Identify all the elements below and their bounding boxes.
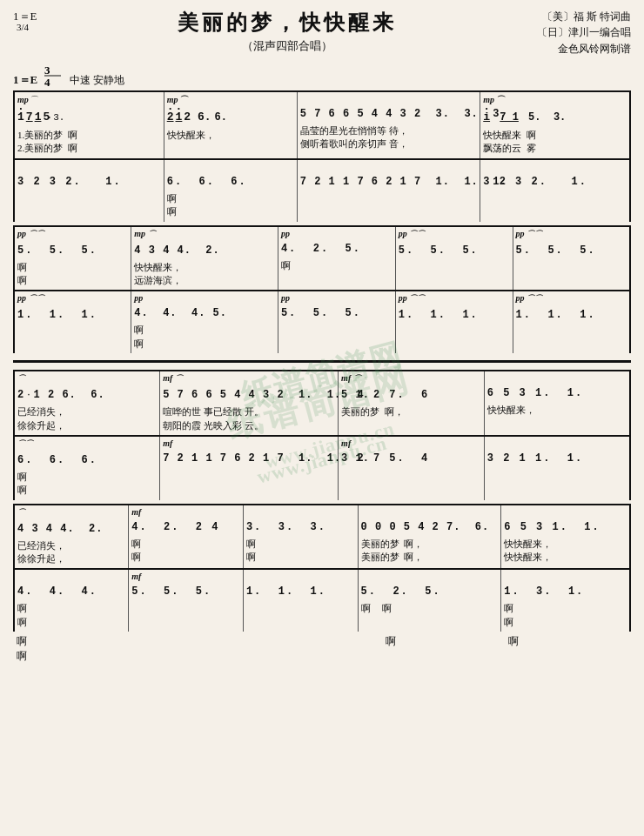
notes-m12b: 3 2 7 5. 4 bbox=[341, 448, 481, 469]
source-line3: 金色风铃网制谱 bbox=[537, 41, 631, 57]
m14-s1: ⌒ 4 3 4 4. 2. 已经消失，徐徐升起， bbox=[14, 505, 129, 569]
notes-m2: 2 1 2 6. 6. bbox=[167, 106, 294, 129]
lyrics-m1b bbox=[17, 192, 161, 205]
notes-m11: 5 7 6 6 5 4 4 3 2 1. 1. 1. bbox=[163, 385, 335, 405]
m2-s1: mp ⌒ 2 1 2 6. 6. 快快醒来， bbox=[164, 91, 297, 158]
notes-m9: 5. 5. 5. bbox=[516, 240, 627, 261]
lyrics-m11b bbox=[163, 469, 335, 482]
notes-m17: 0 0 0 5 4 2 7. 6. bbox=[361, 517, 499, 538]
system1-part2: 3 2 3 2. 1. 6. 6. 6. 啊啊 7 2 1 1 7 6 2 1 … bbox=[13, 158, 631, 222]
dyn-pp8: pp ⌒⌒ bbox=[399, 293, 510, 304]
notes-m10b: 6. 6. 6. bbox=[17, 450, 157, 471]
m5-s1: pp ⌒⌒ 5. 5. 5. 啊啊 bbox=[14, 226, 131, 291]
note-7: 7 bbox=[26, 106, 33, 129]
lyrics-m10b: 啊啊 bbox=[17, 471, 157, 498]
dyn-empty13 bbox=[487, 373, 627, 383]
dyn-mp: mp ⌒ bbox=[17, 94, 161, 106]
system3-part2: ⌒⌒ 6. 6. 6. 啊啊 mf 7 2 1 1 7 6 2 1 7 1. 1… bbox=[13, 435, 631, 500]
lyrics-m16: 啊啊 bbox=[246, 538, 355, 565]
m13-s2: 3 2 1 1. 1. bbox=[484, 436, 630, 500]
m18-s1: 6 5 3 1. 1. 快快醒来，快快醒来， bbox=[501, 505, 630, 569]
notes-m14: 4 3 4 4. 2. bbox=[17, 518, 125, 539]
dyn-pp5: pp ⌒⌒ bbox=[17, 293, 128, 304]
n-71: 7 1 bbox=[500, 107, 519, 128]
n-6: 6. bbox=[215, 107, 227, 128]
lyrics-m6: 快快醒来，远游海滨， bbox=[134, 261, 275, 288]
dyn-mf1: mf ⌒ bbox=[163, 373, 335, 385]
lyrics-m4b bbox=[483, 192, 627, 205]
m6-s2: pp 4. 4. 4. 5. 啊啊 bbox=[131, 291, 278, 353]
m17-s2: 5. 2. 5. 啊 啊 bbox=[358, 569, 501, 632]
n-2: 2 bbox=[167, 106, 174, 129]
m5-s2: pp ⌒⌒ 1. 1. 1. bbox=[14, 291, 131, 353]
notes-m4b: 3 2 3 2. 1. bbox=[483, 171, 627, 192]
dyn-mf6: mf bbox=[131, 572, 240, 581]
bl2-2 bbox=[139, 649, 262, 664]
time-signature: 3/4 bbox=[17, 23, 37, 32]
m3-s2: 7 2 1 1 7 6 2 1 7 1. 1. 1. bbox=[297, 159, 480, 222]
lyrics-m15b bbox=[131, 602, 240, 615]
notes-m8b: 1. 1. 1. bbox=[399, 304, 510, 325]
page: 1＝E 3/4 美丽的梦，快快醒来 （混声四部合唱） 〔美〕福 斯 特词曲 〔日… bbox=[0, 0, 644, 836]
notes-m18: 6 5 3 1. 1. bbox=[504, 517, 627, 538]
dyn-mf2: mf ⌒ bbox=[341, 373, 481, 385]
m8-s2: pp ⌒⌒ 1. 1. 1. bbox=[395, 291, 513, 353]
lyrics-m12b bbox=[341, 469, 481, 482]
dyn-empty18b bbox=[504, 572, 627, 581]
note-1: 1 bbox=[17, 106, 24, 129]
m18-s2: 1. 3. 1. 啊啊 bbox=[501, 569, 630, 632]
notes-m1b: 3 2 3 2. 1. bbox=[17, 171, 161, 192]
notes-m6b: 4. 4. 4. 5. bbox=[134, 303, 275, 324]
lyrics-m16b bbox=[246, 602, 355, 615]
lyrics-m17b: 啊 啊 bbox=[361, 602, 499, 615]
lyrics-m11: 喧哗的世 事已经散 开。朝阳的霞 光映入彩 云。 bbox=[163, 405, 335, 432]
m14-s2: 4. 4. 4. 啊啊 bbox=[14, 569, 129, 632]
lyrics-m15: 啊啊 bbox=[131, 538, 240, 565]
dyn-mp5: mp ⌒ bbox=[134, 229, 275, 240]
note-5d: 5 bbox=[43, 106, 50, 129]
notes-m7: 4. 2. 5. bbox=[281, 238, 392, 259]
bl2-5 bbox=[508, 649, 631, 664]
title-section: 美丽的梦，快快醒来 （混声四部合唱） bbox=[178, 9, 397, 54]
system2-part2: pp ⌒⌒ 1. 1. 1. pp 4. 4. 4. 5. 啊啊 pp bbox=[13, 290, 631, 353]
notes-m12: 5 4 2 7. 6 bbox=[341, 385, 481, 405]
dyn-mp2: mp ⌒ bbox=[167, 94, 294, 106]
section-divider bbox=[13, 360, 631, 363]
source-line1: 〔美〕福 斯 特词曲 bbox=[537, 9, 631, 24]
lyrics-m1: 1.美丽的梦 啊2.美丽的梦 啊 bbox=[17, 129, 161, 156]
system1-part1: mp ⌒ 1 7 1 5 3. 1.美丽的梦 啊2.美丽的梦 啊 mp ⌒ 2 bbox=[13, 90, 631, 158]
top-left: 1＝E 3/4 bbox=[13, 9, 37, 57]
notes-m13: 6 5 3 1. 1. bbox=[487, 383, 627, 404]
lyrics-m4: 快快醒来 啊飘荡的云 雾 bbox=[483, 129, 627, 156]
system4-part1: ⌒ 4 3 4 4. 2. 已经消失，徐徐升起， mf 4. 2. 2 4 啊啊 bbox=[13, 504, 631, 569]
note-1-2: 1 bbox=[35, 106, 42, 129]
m4-s2: 3 2 3 2. 1. bbox=[480, 159, 630, 222]
m9-s1: pp ⌒⌒ 5. 5. 5. bbox=[513, 226, 630, 291]
dyn-empty17b bbox=[361, 572, 499, 581]
lyrics-m18: 快快醒来，快快醒来， bbox=[504, 538, 627, 565]
bl-1: 啊 bbox=[17, 634, 139, 649]
lyrics-m2: 快快醒来， bbox=[167, 129, 294, 142]
notes-m14b: 4. 4. 4. bbox=[17, 581, 125, 602]
lyrics-m14: 已经消失，徐徐升起， bbox=[17, 539, 125, 566]
lyrics-m8b bbox=[399, 325, 510, 338]
lyrics-m13: 快快醒来， bbox=[487, 404, 627, 417]
m10-s2: ⌒⌒ 6. 6. 6. 啊啊 bbox=[14, 436, 160, 500]
n-5d-2: 5. 3. bbox=[528, 107, 566, 128]
n-1: 1 bbox=[176, 106, 183, 129]
m1-s1: mp ⌒ 1 7 1 5 3. 1.美丽的梦 啊2.美丽的梦 啊 bbox=[14, 91, 164, 158]
bl2-3 bbox=[262, 649, 385, 664]
m10-s1: ⌒ 2·1 2 6. 6. 已经消失，徐徐升起， bbox=[14, 371, 160, 435]
notes-m15: 4. 2. 2 4 bbox=[131, 517, 240, 538]
dyn-empty14: ⌒ bbox=[17, 507, 125, 518]
m4-s1: mp ⌒ i 7 1 5. 3. 快快醒来 啊飘荡的云 雾 bbox=[480, 91, 630, 158]
m11-s2: mf 7 2 1 1 7 6 2 1 7 1. 1. 1. bbox=[160, 436, 339, 500]
notes-m1: 1 7 1 5 3. bbox=[17, 106, 161, 129]
bl2-4 bbox=[386, 649, 508, 664]
m9-s2: pp ⌒⌒ 1. 1. 1. bbox=[513, 291, 630, 353]
notes-m11b: 7 2 1 1 7 6 2 1 7 1. 1. 1. bbox=[163, 448, 335, 469]
dyn-empty14b bbox=[17, 572, 125, 581]
lyrics-m10: 已经消失，徐徐升起， bbox=[17, 405, 157, 432]
lyrics-m7: 啊 bbox=[281, 259, 392, 272]
score-section-2: ⌒ 2·1 2 6. 6. 已经消失，徐徐升起， mf ⌒ 5 7 6 6 5 … bbox=[13, 370, 631, 664]
